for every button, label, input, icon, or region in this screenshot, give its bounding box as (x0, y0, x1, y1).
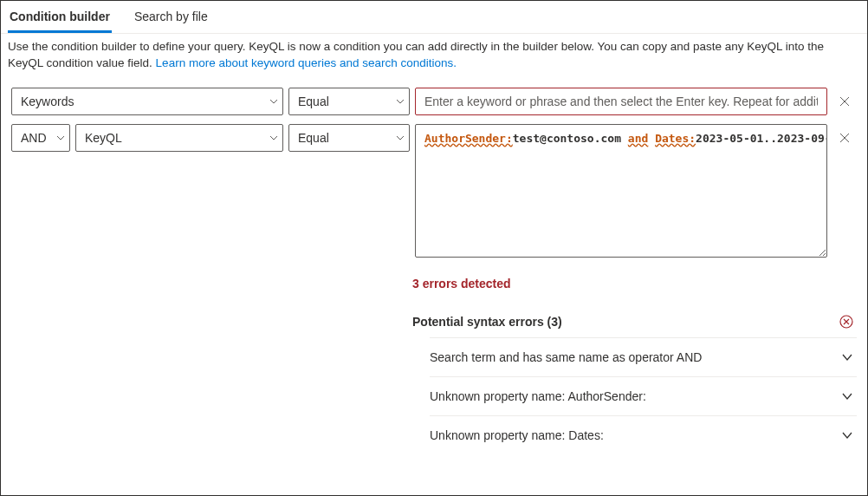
remove-row-button[interactable] (832, 88, 857, 115)
logic-select-label: AND (21, 131, 47, 145)
learn-more-link[interactable]: Learn more about keyword queries and sea… (156, 56, 457, 69)
keyql-token-and: and (628, 132, 648, 145)
field-select-label: KeyQL (85, 131, 122, 145)
keyql-token-email: test@contoso.com (513, 132, 628, 145)
keyql-content: AuthorSender:test@contoso.com and Dates:… (424, 132, 827, 145)
field-select-label: Keywords (21, 95, 74, 108)
operator-select-equal-2[interactable]: Equal (288, 124, 410, 152)
error-item[interactable]: Unknown property name: AuthorSender: (430, 376, 857, 415)
logic-select-and[interactable]: AND (11, 124, 70, 152)
syntax-errors-label: Potential syntax errors (3) (412, 315, 562, 329)
tab-condition-builder[interactable]: Condition builder (8, 6, 112, 33)
keyql-value-textarea[interactable]: AuthorSender:test@contoso.com and Dates:… (415, 124, 827, 258)
keyql-token-daterange: 2023-05-01..2023-09-30 (696, 132, 827, 145)
close-icon (839, 132, 851, 144)
operator-select-label: Equal (298, 131, 329, 145)
chevron-down-icon (841, 351, 853, 363)
chevron-down-icon (55, 133, 66, 143)
conditions-area: Keywords Equal AND KeyQL Equal AuthorSen… (1, 79, 867, 266)
operator-select-equal[interactable]: Equal (288, 88, 410, 115)
tabs-bar: Condition builder Search by file (1, 1, 867, 34)
error-item[interactable]: Unknown property name: Dates: (430, 415, 857, 454)
syntax-errors-group[interactable]: Potential syntax errors (3) (412, 306, 857, 337)
condition-row-2: AND KeyQL Equal AuthorSender:test@contos… (11, 124, 857, 258)
chevron-down-icon (395, 133, 405, 143)
chevron-down-icon (269, 96, 279, 107)
close-icon (839, 95, 851, 108)
field-select-keywords[interactable]: Keywords (11, 88, 283, 115)
keyql-token-space (648, 132, 655, 145)
chevron-down-icon (841, 390, 853, 402)
field-select-keyql[interactable]: KeyQL (75, 124, 283, 152)
errors-section: 3 errors detected Potential syntax error… (412, 266, 867, 454)
operator-select-label: Equal (298, 95, 329, 108)
chevron-down-icon (841, 429, 853, 441)
error-circle-icon (839, 315, 853, 329)
remove-row-button[interactable] (832, 124, 857, 152)
keyql-token-authorsender: AuthorSender: (424, 132, 513, 145)
errors-count-header: 3 errors detected (412, 266, 857, 306)
tab-search-by-file[interactable]: Search by file (133, 6, 210, 33)
error-text: Search term and has same name as operato… (430, 350, 702, 364)
error-text: Unknown property name: AuthorSender: (430, 389, 646, 403)
error-item[interactable]: Search term and has same name as operato… (430, 337, 857, 376)
description-text: Use the condition builder to define your… (1, 34, 867, 79)
chevron-down-icon (269, 133, 279, 143)
chevron-down-icon (395, 96, 405, 107)
condition-row-1: Keywords Equal (11, 88, 857, 115)
keywords-value-input[interactable] (415, 88, 827, 115)
error-text: Unknown property name: Dates: (430, 428, 604, 442)
keyql-token-dates: Dates: (655, 132, 696, 145)
